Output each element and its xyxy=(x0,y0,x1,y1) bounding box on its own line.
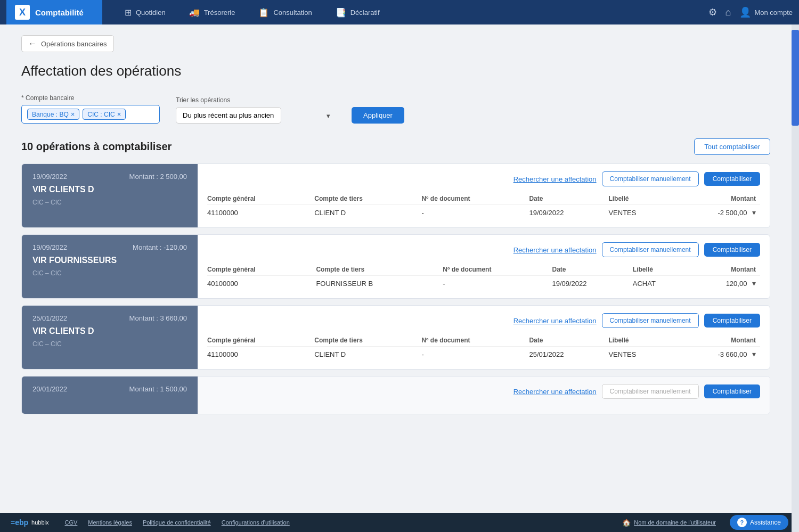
comptabiliser-button-4[interactable]: Comptabiliser xyxy=(704,384,760,398)
op-right-2: Rechercher une affectation Comptabiliser… xyxy=(198,235,770,298)
td-date-3: 25/01/2022 xyxy=(529,347,608,362)
comptabiliser-button-2[interactable]: Comptabiliser xyxy=(704,243,760,257)
op-left-4: 20/01/2022 Montant : 1 500,00 xyxy=(22,377,198,414)
sort-select[interactable]: Du plus récent au plus ancien Du plus an… xyxy=(176,107,281,124)
home-icon[interactable]: ⌂ xyxy=(725,7,731,18)
nav-item-consultation[interactable]: 📋 Consultation xyxy=(247,0,323,24)
th-num-doc: Nº de document xyxy=(421,193,529,205)
nav-item-tresorerie[interactable]: 🚚 Trésorerie xyxy=(177,0,247,24)
op-left-1: 19/09/2022 Montant : 2 500,00 VIR CLIENT… xyxy=(22,164,198,227)
op-sub-1: CIC – CIC xyxy=(32,199,187,206)
main-content: ← Opérations bancaires Affectation des o… xyxy=(0,24,792,513)
operations-list: 19/09/2022 Montant : 2 500,00 VIR CLIENT… xyxy=(21,163,770,414)
operation-row-4: 20/01/2022 Montant : 1 500,00 Rechercher… xyxy=(21,376,770,414)
op-title-3: VIR CLIENTS D xyxy=(32,326,187,336)
chevron-down-icon[interactable]: ▾ xyxy=(752,279,756,288)
th-montant-2: Montant xyxy=(689,264,760,276)
tag-cic-cic: CIC : CIC × xyxy=(83,109,126,120)
tag-cic-cic-remove[interactable]: × xyxy=(117,110,121,118)
breadcrumb-text: Opérations bancaires xyxy=(41,40,107,48)
settings-icon[interactable]: ⚙ xyxy=(708,6,717,18)
rechercher-button-4[interactable]: Rechercher une affectation xyxy=(513,388,597,396)
rechercher-button-3[interactable]: Rechercher une affectation xyxy=(513,317,597,325)
th-libelle-2: Libellé xyxy=(633,264,689,276)
op-header-3: 25/01/2022 Montant : 3 660,00 xyxy=(32,314,187,322)
td-libelle-1: VENTES xyxy=(608,205,673,220)
th-compte-general: Compte général xyxy=(207,193,314,205)
th-compte-tiers-2: Compte de tiers xyxy=(316,264,443,276)
operation-row-3: 25/01/2022 Montant : 3 660,00 VIR CLIENT… xyxy=(21,305,770,370)
td-num-doc-2: - xyxy=(443,276,552,291)
th-compte-tiers-3: Compte de tiers xyxy=(314,334,421,347)
apply-button[interactable]: Appliquer xyxy=(352,107,404,124)
op-left-2: 19/09/2022 Montant : -120,00 VIR FOURNIS… xyxy=(22,235,198,298)
quotidien-icon: ⊞ xyxy=(125,7,132,18)
td-libelle-3: VENTES xyxy=(608,347,673,362)
op-right-4: Rechercher une affectation Comptabiliser… xyxy=(198,377,770,414)
nav-label-quotidien: Quotidien xyxy=(136,9,166,17)
declaratif-icon: 📑 xyxy=(336,7,346,18)
nav-label-consultation: Consultation xyxy=(273,9,312,17)
tag-banque-bq: Banque : BQ × xyxy=(27,109,79,120)
th-montant: Montant xyxy=(674,193,760,205)
manuellement-button-3[interactable]: Comptabiliser manuellement xyxy=(602,313,699,328)
op-table-3: Compte général Compte de tiers Nº de doc… xyxy=(207,334,760,362)
td-date-1: 19/09/2022 xyxy=(529,205,608,220)
comptabiliser-button-3[interactable]: Comptabiliser xyxy=(704,314,760,328)
op-sub-3: CIC – CIC xyxy=(32,340,187,348)
scrollbar[interactable] xyxy=(792,24,799,513)
th-compte-general-2: Compte général xyxy=(207,264,316,276)
th-num-doc-2: Nº de document xyxy=(443,264,552,276)
td-compte-tiers-3: CLIENT D xyxy=(314,347,421,362)
op-montant-label-2: Montant : -120,00 xyxy=(133,243,187,251)
td-compte-general-2: 40100000 xyxy=(207,276,316,291)
op-header-1: 19/09/2022 Montant : 2 500,00 xyxy=(32,173,187,181)
manuellement-button-1[interactable]: Comptabiliser manuellement xyxy=(602,171,699,186)
op-sub-2: CIC – CIC xyxy=(32,269,187,277)
rechercher-button-1[interactable]: Rechercher une affectation xyxy=(513,175,597,183)
app-logo[interactable]: X Comptabilité xyxy=(6,0,102,24)
th-date: Date xyxy=(529,193,608,205)
th-libelle: Libellé xyxy=(608,193,673,205)
section-title: 10 opérations à comptabiliser xyxy=(21,141,172,153)
chevron-down-icon[interactable]: ▾ xyxy=(752,350,756,358)
op-right-3: Rechercher une affectation Comptabiliser… xyxy=(198,306,770,369)
td-compte-general-1: 41100000 xyxy=(207,205,314,220)
nav-item-declaratif[interactable]: 📑 Déclaratif xyxy=(324,0,392,24)
filters-row: * Compte bancaire Banque : BQ × CIC : CI… xyxy=(21,94,770,124)
consultation-icon: 📋 xyxy=(258,7,269,18)
chevron-down-icon[interactable]: ▾ xyxy=(752,208,756,217)
td-montant-3: -3 660,00 ▾ xyxy=(674,347,760,362)
scrollbar-thumb[interactable] xyxy=(792,30,799,126)
tag-cic-cic-text: CIC : CIC xyxy=(87,111,115,118)
op-actions-4: Rechercher une affectation Comptabiliser… xyxy=(207,384,760,399)
op-date-3: 25/01/2022 xyxy=(32,314,67,322)
compte-bancaire-input[interactable]: Banque : BQ × CIC : CIC × xyxy=(21,105,160,124)
manuellement-button-4[interactable]: Comptabiliser manuellement xyxy=(602,384,699,399)
sort-select-wrapper: Du plus récent au plus ancien Du plus an… xyxy=(176,107,336,124)
top-navigation: X Comptabilité ⊞ Quotidien 🚚 Trésorerie … xyxy=(0,0,799,24)
page-title: Affectation des opérations xyxy=(21,63,770,79)
nav-menu: ⊞ Quotidien 🚚 Trésorerie 📋 Consultation … xyxy=(113,0,708,24)
comptabiliser-button-1[interactable]: Comptabiliser xyxy=(704,172,760,186)
td-montant-2: 120,00 ▾ xyxy=(689,276,760,291)
op-title-2: VIR FOURNISSEURS xyxy=(32,256,187,265)
op-montant-label-3: Montant : 3 660,00 xyxy=(129,314,187,322)
th-montant-3: Montant xyxy=(674,334,760,347)
nav-item-quotidien[interactable]: ⊞ Quotidien xyxy=(113,0,177,24)
account-button[interactable]: 👤 Mon compte xyxy=(739,6,793,18)
op-montant-label-1: Montant : 2 500,00 xyxy=(129,173,187,181)
nav-right: ⚙ ⌂ 👤 Mon compte xyxy=(708,6,793,18)
tout-comptabiliser-button[interactable]: Tout comptabiliser xyxy=(694,138,770,155)
td-num-doc-3: - xyxy=(421,347,529,362)
tag-banque-bq-text: Banque : BQ xyxy=(32,111,69,118)
op-date-2: 19/09/2022 xyxy=(32,243,67,251)
td-compte-tiers-2: FOURNISSEUR B xyxy=(316,276,443,291)
td-date-2: 19/09/2022 xyxy=(552,276,632,291)
operation-row-2: 19/09/2022 Montant : -120,00 VIR FOURNIS… xyxy=(21,234,770,299)
back-button[interactable]: ← xyxy=(28,39,37,48)
op-table-1: Compte général Compte de tiers Nº de doc… xyxy=(207,193,760,220)
rechercher-button-2[interactable]: Rechercher une affectation xyxy=(513,246,597,254)
manuellement-button-2[interactable]: Comptabiliser manuellement xyxy=(602,242,699,257)
tag-banque-bq-remove[interactable]: × xyxy=(71,110,75,118)
